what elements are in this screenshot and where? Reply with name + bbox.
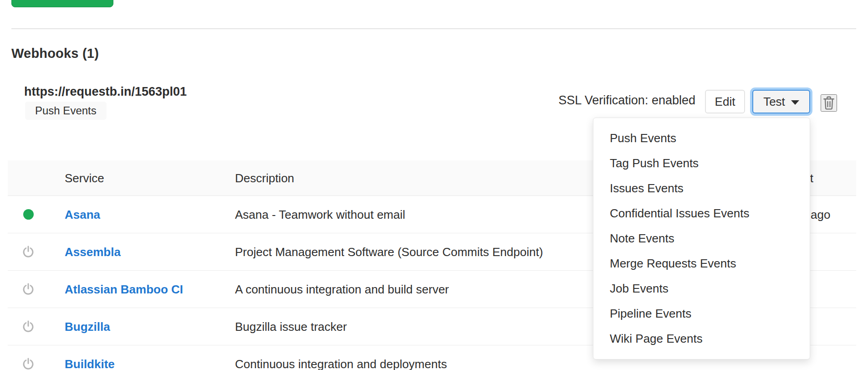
power-icon xyxy=(20,233,36,270)
power-icon xyxy=(20,271,36,308)
service-link-asana[interactable]: Asana xyxy=(65,207,100,221)
delete-webhook-button[interactable] xyxy=(821,94,837,112)
service-description: Bugzilla issue tracker xyxy=(235,319,347,334)
edit-button[interactable]: Edit xyxy=(705,90,745,113)
column-header-service: Service xyxy=(65,171,104,185)
test-dropdown-menu: Push Events Tag Push Events Issues Event… xyxy=(593,118,810,360)
power-icon xyxy=(20,345,36,370)
service-status-active-icon xyxy=(20,196,36,233)
section-divider xyxy=(11,28,856,29)
add-webhook-button[interactable] xyxy=(11,0,113,7)
chevron-down-icon xyxy=(791,100,799,105)
push-events-badge: Push Events xyxy=(25,102,107,120)
test-button-label: Test xyxy=(763,95,785,109)
menu-item-wiki-page-events[interactable]: Wiki Page Events xyxy=(593,326,810,351)
ssl-verification-status: SSL Verification: enabled xyxy=(558,93,695,108)
service-link-assembla[interactable]: Assembla xyxy=(65,245,121,259)
service-link-buildkite[interactable]: Buildkite xyxy=(65,357,115,370)
webhook-url: https://requestb.in/1563pl01 xyxy=(24,85,187,99)
menu-item-merge-requests-events[interactable]: Merge Requests Events xyxy=(593,251,810,276)
edit-button-label: Edit xyxy=(715,95,735,109)
menu-item-pipeline-events[interactable]: Pipeline Events xyxy=(593,301,810,326)
column-header-description: Description xyxy=(235,171,294,185)
service-link-atlassian-bamboo-ci[interactable]: Atlassian Bamboo CI xyxy=(65,282,183,296)
menu-item-note-events[interactable]: Note Events xyxy=(593,226,810,251)
webhooks-heading: Webhooks (1) xyxy=(11,46,99,61)
power-icon xyxy=(20,308,36,345)
service-description: Project Management Software (Source Comm… xyxy=(235,245,543,259)
menu-item-issues-events[interactable]: Issues Events xyxy=(593,176,810,201)
menu-item-tag-push-events[interactable]: Tag Push Events xyxy=(593,151,810,176)
service-link-bugzilla[interactable]: Bugzilla xyxy=(65,319,110,334)
service-description: Continuous integration and deployments xyxy=(235,357,447,370)
last-edit-value: ago xyxy=(811,207,830,221)
menu-item-confidential-issues-events[interactable]: Confidential Issues Events xyxy=(593,201,810,226)
service-description: Asana - Teamwork without email xyxy=(235,207,405,221)
menu-item-push-events[interactable]: Push Events xyxy=(593,126,810,151)
service-description: A continuous integration and build serve… xyxy=(235,282,449,296)
menu-item-job-events[interactable]: Job Events xyxy=(593,276,810,301)
test-dropdown-button[interactable]: Test xyxy=(752,90,810,113)
trash-icon xyxy=(822,95,836,111)
